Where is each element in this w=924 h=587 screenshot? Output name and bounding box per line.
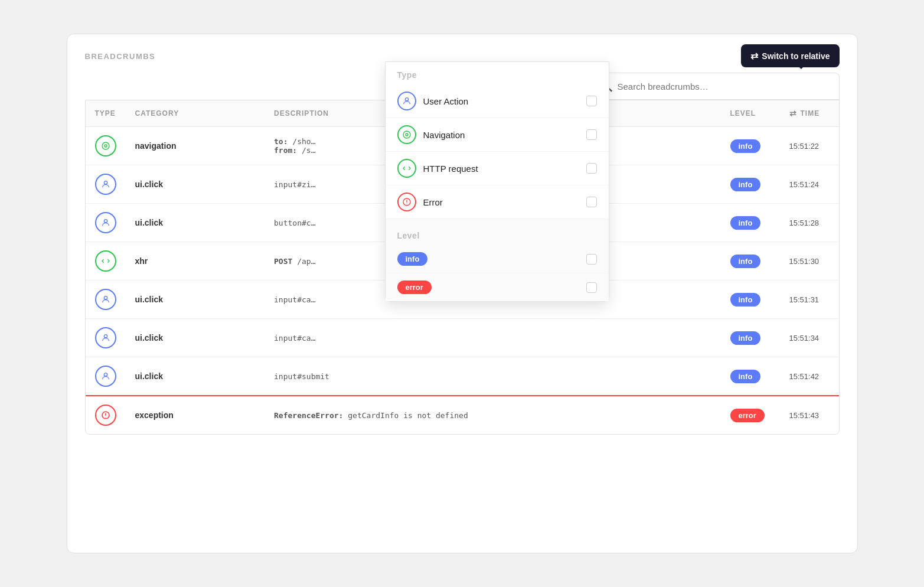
category-cell: exception	[126, 396, 265, 434]
svg-point-0	[405, 98, 408, 101]
filter-http[interactable]: HTTP request	[386, 152, 609, 185]
type-cell	[86, 396, 126, 434]
xhr-icon	[95, 250, 116, 272]
error-badge: error	[730, 409, 765, 422]
level-cell: info	[721, 165, 780, 204]
level-section: Level info error	[386, 219, 609, 301]
user-icon	[95, 289, 116, 310]
level-cell: info	[721, 357, 780, 396]
error-type-label: Error	[423, 197, 443, 207]
table-row[interactable]: ui.click input#ca… info 15:51:34	[86, 319, 839, 357]
svg-point-1	[406, 133, 408, 136]
info-badge: info	[730, 370, 761, 383]
swap-time-icon[interactable]: ⇄	[789, 109, 797, 118]
filter-dropdown: Type User Action Navigation	[385, 61, 609, 302]
time-cell: 15:51:31	[780, 281, 839, 319]
svg-point-2	[403, 131, 410, 138]
info-badge: info	[730, 178, 761, 191]
user-icon	[95, 327, 116, 348]
info-level-checkbox[interactable]	[586, 254, 597, 265]
info-badge: info	[730, 216, 761, 230]
time-cell: 15:51:43	[780, 396, 839, 434]
filter-level-info[interactable]: info	[386, 245, 609, 273]
svg-point-8	[104, 296, 107, 299]
level-cell: info	[721, 319, 780, 357]
swap-icon: ⇄	[750, 50, 758, 61]
type-cell	[86, 204, 126, 242]
user-icon	[95, 212, 116, 233]
level-cell: error	[721, 396, 780, 434]
filter-level-error[interactable]: error	[386, 273, 609, 301]
svg-point-4	[105, 145, 107, 147]
time-cell: 15:51:22	[780, 127, 839, 165]
info-badge: info	[730, 331, 761, 345]
type-cell	[86, 127, 126, 165]
info-badge: info	[730, 293, 761, 306]
type-cell	[86, 319, 126, 357]
col-level: LEVEL	[721, 100, 780, 127]
col-category: CATEGORY	[126, 100, 265, 127]
navigation-icon	[397, 125, 416, 144]
error-level-checkbox[interactable]	[586, 282, 597, 293]
type-cell	[86, 357, 126, 396]
user-action-label: User Action	[423, 96, 469, 106]
http-label: HTTP request	[423, 164, 478, 174]
user-icon	[95, 366, 116, 387]
main-container: BREADCRUMBS ⇄ Switch to relative Filter …	[67, 34, 858, 553]
category-cell: ui.click	[126, 204, 265, 242]
navigation-checkbox[interactable]	[586, 129, 597, 140]
table-row-error[interactable]: exception ReferenceError: getCardInfo is…	[86, 396, 839, 434]
exception-icon	[95, 405, 116, 426]
svg-point-10	[104, 373, 107, 376]
search-input[interactable]	[618, 81, 830, 92]
info-badge: info	[730, 139, 761, 153]
svg-point-5	[102, 142, 109, 149]
type-cell	[86, 281, 126, 319]
search-box: 🔍	[592, 73, 840, 100]
filter-error[interactable]: Error	[386, 185, 609, 219]
time-cell: 15:51:34	[780, 319, 839, 357]
col-type: TYPE	[86, 100, 126, 127]
filter-user-action[interactable]: User Action	[386, 84, 609, 118]
level-cell: info	[721, 242, 780, 281]
type-section-label: Type	[386, 62, 609, 84]
http-checkbox[interactable]	[586, 163, 597, 174]
error-level-badge: error	[397, 281, 432, 294]
type-cell	[86, 165, 126, 204]
navigation-label: Navigation	[423, 130, 465, 140]
time-cell: 15:51:28	[780, 204, 839, 242]
level-cell: info	[721, 204, 780, 242]
category-cell: xhr	[126, 242, 265, 281]
http-icon	[397, 159, 416, 178]
filter-navigation[interactable]: Navigation	[386, 118, 609, 152]
category-cell: ui.click	[126, 357, 265, 396]
desc-cell: input#ca…	[265, 319, 720, 357]
type-cell	[86, 242, 126, 281]
user-icon	[95, 174, 116, 195]
svg-point-9	[104, 335, 107, 338]
user-action-icon	[397, 92, 416, 110]
category-cell: navigation	[126, 127, 265, 165]
desc-cell: ReferenceError: getCardInfo is not defin…	[265, 396, 720, 434]
info-level-badge: info	[397, 252, 428, 266]
page-title: BREADCRUMBS	[85, 52, 840, 61]
level-cell: info	[721, 127, 780, 165]
switch-to-relative-tooltip[interactable]: ⇄ Switch to relative	[741, 44, 839, 67]
info-badge: info	[730, 255, 761, 268]
time-cell: 15:51:42	[780, 357, 839, 396]
category-cell: ui.click	[126, 281, 265, 319]
tooltip-label: Switch to relative	[762, 51, 830, 61]
desc-cell: input#submit	[265, 357, 720, 396]
time-cell: 15:51:30	[780, 242, 839, 281]
svg-point-6	[104, 181, 107, 184]
nav-icon	[95, 135, 116, 156]
col-time: ⇄ TIME	[780, 100, 839, 127]
table-row[interactable]: ui.click input#submit info 15:51:42	[86, 357, 839, 396]
error-type-checkbox[interactable]	[586, 197, 597, 207]
level-cell: info	[721, 281, 780, 319]
time-cell: 15:51:24	[780, 165, 839, 204]
user-action-checkbox[interactable]	[586, 96, 597, 106]
level-section-label: Level	[386, 223, 609, 245]
error-type-icon	[397, 193, 416, 211]
category-cell: ui.click	[126, 165, 265, 204]
